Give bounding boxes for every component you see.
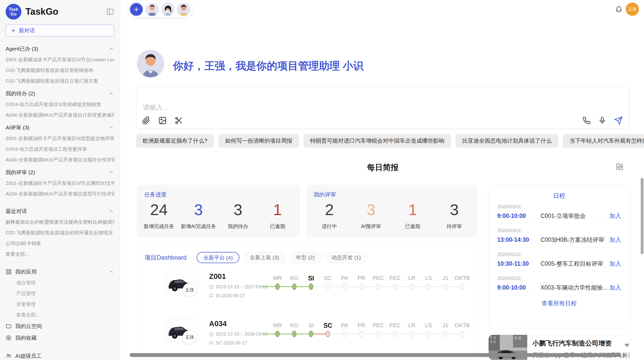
join-link[interactable]: 加入: [609, 284, 621, 292]
milestone-dot[interactable]: [359, 331, 364, 337]
milestone-dot[interactable]: [343, 331, 347, 337]
sidebar-item[interactable]: A034-全新新能源MUV产品开发项目计划变更表编写: [6, 110, 114, 121]
milestone-dot[interactable]: [292, 331, 297, 337]
schedule-item[interactable]: 2025/03/11 9:00-10:00 X003-车辆动力学性能验... 加…: [497, 272, 621, 295]
milestone-dot[interactable]: [427, 331, 431, 337]
chevron-up-icon[interactable]: [109, 208, 114, 214]
milestone-dot[interactable]: [275, 331, 280, 337]
section-header-my-todo[interactable]: 我的待办 (2): [6, 88, 114, 99]
phone-icon[interactable]: [582, 116, 591, 125]
milestone-dot[interactable]: [359, 283, 364, 290]
sidebar-item[interactable]: A034-全新新能源MUV产品开发项目法规符合性评审: [6, 155, 114, 165]
schedule-item[interactable]: 2025/03/11 10:30-11:30 C005-整车工程目标评审 加入: [497, 248, 621, 272]
vertical-scrollbar[interactable]: [641, 178, 643, 254]
sidebar-item-cloud-space[interactable]: 我的云空间: [6, 320, 114, 332]
milestone-dot[interactable]: [309, 283, 313, 290]
avatar[interactable]: [161, 3, 174, 16]
chevron-up-icon[interactable]: [109, 170, 114, 175]
tab-new-body[interactable]: 全新上装 (3): [243, 252, 286, 263]
scroll-down-arrow[interactable]: [624, 344, 630, 347]
notification-bell-icon[interactable]: [615, 6, 623, 13]
suggestion-chip[interactable]: 特朗普可能对进口汽车增税会对中国车企造成哪些影响: [303, 134, 451, 148]
sidebar-item[interactable]: C0X4-动力总成开发项目工程变更评审: [6, 144, 114, 155]
sidebar-item[interactable]: C02-飞腾新能源轻客改款项目立项汇报方案: [6, 76, 114, 86]
section-header-ai-review[interactable]: AI评审 (3): [6, 122, 114, 133]
layout-grid-icon[interactable]: [616, 163, 624, 171]
app-item-view-all[interactable]: 查看全部...: [6, 310, 114, 320]
sidebar-item-my-apps[interactable]: 我的应用: [6, 266, 114, 278]
milestone-dot[interactable]: [393, 283, 397, 290]
recent-chat-view-all[interactable]: 查看全部...: [6, 249, 114, 260]
sidebar-item-favorites[interactable]: 我的收藏: [6, 332, 114, 344]
sidebar-item[interactable]: C0X4-动力总成开发项目SI里程碑提交物检查: [6, 99, 114, 110]
suggestion-chip[interactable]: 如何写一份清晰的项目周报: [218, 134, 299, 148]
milestone-dot[interactable]: [326, 283, 330, 290]
sidebar-item[interactable]: C02-飞腾新能源轻客改款项目里程碑画布: [6, 65, 114, 76]
project-row[interactable]: 王强 Z001 2023-12-19 ~ 2027-01-19 SI-2025-…: [142, 270, 471, 310]
join-link[interactable]: 加入: [609, 212, 621, 220]
milestone-dot[interactable]: [309, 331, 313, 337]
chevron-up-icon[interactable]: [109, 46, 114, 52]
milestone-dot[interactable]: [292, 283, 297, 290]
avatar[interactable]: [177, 3, 190, 16]
avatar[interactable]: [145, 3, 159, 16]
milestone-dot[interactable]: [410, 283, 414, 290]
join-link[interactable]: 加入: [609, 236, 621, 244]
milestone-dot[interactable]: [410, 331, 414, 337]
collapse-sidebar-icon[interactable]: [106, 8, 114, 16]
milestone-dot[interactable]: [393, 331, 397, 337]
app-item-project-mgmt[interactable]: 项目管理: [6, 278, 114, 288]
horizontal-scrollbar[interactable]: [130, 353, 621, 357]
tab-all-new-platform[interactable]: 全新平台 (4): [197, 252, 239, 263]
sidebar-item[interactable]: A034-全新新能源MUV产品开发项目造型可行性评审: [6, 189, 114, 199]
milestone-dot[interactable]: [443, 283, 448, 290]
recent-chat-item[interactable]: 公司Q3轻卡销量: [6, 238, 114, 249]
sidebar-item[interactable]: Z001-全新燃油皮卡产品开发项目SI节点Lesson Learn报告: [6, 54, 114, 65]
milestone-label: OKTB: [454, 321, 471, 330]
view-all-schedule-link[interactable]: 查看所有日程: [497, 295, 621, 311]
chevron-up-icon[interactable]: [109, 91, 114, 96]
tab-year-model[interactable]: 年型 (2): [289, 252, 321, 263]
app-item-change-mgmt[interactable]: 变更管理: [6, 299, 114, 310]
chevron-up-icon[interactable]: [109, 125, 114, 130]
milestone-dot[interactable]: [376, 283, 380, 290]
suggestion-chip[interactable]: 当下年轻人对汽车外观有怎样的喜好趋势: [563, 134, 644, 148]
send-icon[interactable]: [614, 116, 623, 125]
new-chat-button[interactable]: 新对话: [6, 24, 114, 37]
milestone-dot[interactable]: [443, 331, 448, 337]
sidebar-item-ai-super-staff[interactable]: AI超级员工: [6, 350, 114, 360]
section-header-my-review[interactable]: 我的评审 (2): [6, 167, 114, 178]
stat-label: AI预评审: [350, 223, 392, 230]
milestone-dot[interactable]: [427, 283, 431, 290]
image-icon[interactable]: [158, 116, 167, 125]
microphone-icon[interactable]: [598, 116, 606, 125]
section-header-agent-done[interactable]: Agent已办 (3): [6, 43, 114, 54]
scroll-right-arrow[interactable]: [624, 353, 627, 357]
sidebar-item[interactable]: Z001-全新燃油轻卡产品开发项目SI造型提交物评审: [6, 133, 114, 144]
schedule-item[interactable]: 2025/03/11 13:00-14:30 C003|H0B-方案冻结评审 加…: [497, 224, 621, 248]
suggestion-chip[interactable]: 比亚迪全固态电池计划具体说了什么: [456, 134, 558, 148]
app-item-product-mgmt[interactable]: 产品管理: [6, 288, 114, 299]
section-header-recent[interactable]: 最近对话: [6, 206, 114, 217]
schedule-item[interactable]: 2025/03/11 9:00-10:00 C001-立项审批会 加入: [497, 200, 621, 224]
suggestion-chip[interactable]: 欧洲新规最近颁布了什么?: [136, 134, 214, 148]
users-icon: [6, 353, 12, 359]
milestone-dot[interactable]: [460, 331, 464, 337]
recent-chat-item[interactable]: C02-飞腾新能源轻客改款项目的闭环通告反馈情况: [6, 228, 114, 238]
project-row[interactable]: 王强 A034 2023-12-19 ~ 2026-01-19 SC-2025-…: [142, 318, 471, 358]
chat-input-card[interactable]: 请输入...: [136, 86, 630, 129]
milestone-dot[interactable]: [376, 331, 380, 337]
scissors-icon[interactable]: [174, 116, 183, 125]
milestone-dot[interactable]: [460, 283, 464, 290]
milestone-dot[interactable]: [326, 331, 330, 337]
recent-chat-item[interactable]: 解释最新出台的欧盟报废车法规再生塑料比例被调至15%...: [6, 217, 114, 228]
join-link[interactable]: 加入: [609, 260, 621, 268]
attachment-icon[interactable]: [142, 116, 151, 125]
user-avatar[interactable]: 王强: [626, 3, 639, 16]
chevron-up-icon[interactable]: [109, 269, 114, 275]
tab-powertrain-dev[interactable]: 动总开发 (1): [325, 252, 367, 263]
sidebar-item[interactable]: Z001-全新燃油轻卡产品开发项目SI节点属性5D文件评审: [6, 178, 114, 189]
milestone-dot[interactable]: [343, 283, 347, 290]
new-session-button[interactable]: [130, 3, 143, 16]
milestone-dot[interactable]: [275, 283, 280, 290]
